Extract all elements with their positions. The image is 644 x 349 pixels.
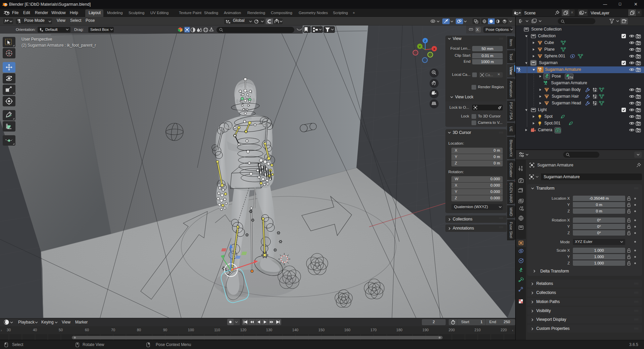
svg-text:Z: Z — [424, 39, 426, 43]
svg-text:Y: Y — [419, 45, 421, 48]
svg-text:X: X — [433, 47, 435, 51]
